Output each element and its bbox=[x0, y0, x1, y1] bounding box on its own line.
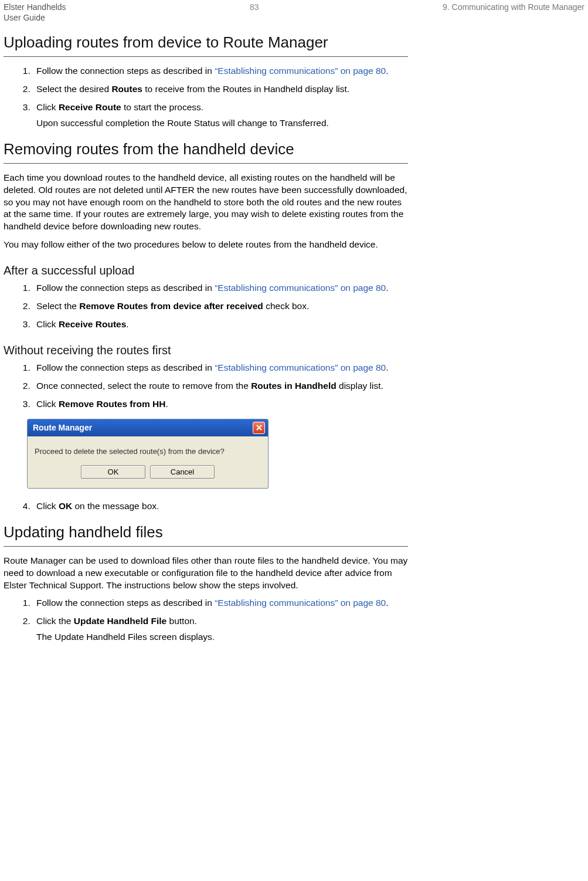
text: Click bbox=[36, 102, 59, 112]
bold-text: Routes bbox=[111, 84, 142, 94]
paragraph: Each time you download routes to the han… bbox=[4, 172, 408, 233]
section-title-uploading: Uploading routes from device to Route Ma… bbox=[4, 33, 408, 52]
text: Select the desired bbox=[36, 84, 111, 94]
dialog-title-text: Route Manager bbox=[33, 423, 92, 432]
text: Click bbox=[36, 501, 59, 511]
subsection-without-receiving: Without receiving the routes first bbox=[4, 344, 408, 357]
rule bbox=[4, 546, 408, 547]
text: on the message box. bbox=[72, 501, 159, 511]
sub-paragraph: Upon successful completion the Route Sta… bbox=[36, 117, 408, 130]
list-item: Select the desired Routes to receive fro… bbox=[33, 83, 408, 96]
list-item: Follow the connection steps as described… bbox=[33, 282, 408, 294]
text: Follow the connection steps as described… bbox=[36, 362, 215, 372]
paragraph: Route Manager can be used to download fi… bbox=[4, 555, 408, 592]
dialog-titlebar: Route Manager bbox=[28, 419, 268, 436]
doc-title-1: Elster Handhelds bbox=[4, 2, 66, 13]
list-item: Click OK on the message box. bbox=[33, 500, 408, 513]
list-item: Click Remove Routes from HH. bbox=[33, 398, 408, 411]
without-receiving-steps-cont: Click OK on the message box. bbox=[4, 500, 408, 513]
rule bbox=[4, 163, 408, 164]
chapter-title: 9. Communicating with Route Manager bbox=[443, 2, 584, 12]
page-header: Elster Handhelds User Guide 83 9. Commun… bbox=[4, 2, 584, 23]
xref-link[interactable]: “Establishing communications” on page 80 bbox=[215, 283, 386, 293]
dialog-message: Proceed to delete the selected route(s) … bbox=[28, 436, 268, 460]
header-left: Elster Handhelds User Guide bbox=[4, 2, 66, 23]
xref-link[interactable]: “Establishing communications” on page 80 bbox=[215, 66, 386, 76]
text: Click bbox=[36, 399, 59, 409]
text: to start the process. bbox=[121, 102, 203, 112]
section-title-updating: Updating handheld files bbox=[4, 523, 408, 541]
after-upload-steps: Follow the connection steps as described… bbox=[4, 282, 408, 331]
list-item: Click Receive Route to start the process… bbox=[33, 101, 408, 130]
text: Select the bbox=[36, 301, 79, 311]
text: button. bbox=[166, 616, 197, 626]
text: Click the bbox=[36, 616, 74, 626]
dialog-route-manager: Route Manager Proceed to delete the sele… bbox=[27, 419, 268, 489]
list-item: Click Receive Routes. bbox=[33, 318, 408, 331]
bold-text: Routes in Handheld bbox=[251, 381, 337, 391]
xref-link[interactable]: “Establishing communications” on page 80 bbox=[215, 362, 386, 372]
subsection-after-upload: After a successful upload bbox=[4, 264, 408, 277]
section-title-removing: Removing routes from the handheld device bbox=[4, 140, 408, 158]
text: . bbox=[386, 66, 388, 76]
list-item: Click the Update Handheld File button. T… bbox=[33, 615, 408, 643]
bold-text: Remove Routes from device after received bbox=[79, 301, 263, 311]
doc-title-2: User Guide bbox=[4, 13, 66, 23]
sub-paragraph: The Update Handheld Files screen display… bbox=[36, 631, 408, 643]
updating-steps: Follow the connection steps as described… bbox=[4, 597, 408, 643]
cancel-button[interactable]: Cancel bbox=[150, 465, 215, 479]
text: Follow the connection steps as described… bbox=[36, 66, 215, 76]
without-receiving-steps: Follow the connection steps as described… bbox=[4, 362, 408, 411]
bold-text: Receive Route bbox=[59, 102, 121, 112]
text: check box. bbox=[263, 301, 309, 311]
list-item: Follow the connection steps as described… bbox=[33, 597, 408, 609]
ok-button[interactable]: OK bbox=[81, 465, 145, 479]
text: display list. bbox=[337, 381, 383, 391]
dialog-button-row: OK Cancel bbox=[28, 460, 268, 488]
xref-link[interactable]: “Establishing communications” on page 80 bbox=[215, 598, 386, 608]
text: to receive from the Routes in Handheld d… bbox=[142, 84, 349, 94]
page-number: 83 bbox=[250, 2, 259, 12]
text: . bbox=[126, 319, 128, 329]
list-item: Select the Remove Routes from device aft… bbox=[33, 300, 408, 313]
paragraph: You may follow either of the two procedu… bbox=[4, 239, 408, 251]
list-item: Follow the connection steps as described… bbox=[33, 362, 408, 374]
bold-text: Remove Routes from HH bbox=[59, 399, 166, 409]
text: . bbox=[386, 598, 388, 608]
close-icon bbox=[256, 424, 263, 431]
text: Follow the connection steps as described… bbox=[36, 283, 215, 293]
text: Click bbox=[36, 319, 59, 329]
text: Follow the connection steps as described… bbox=[36, 598, 215, 608]
text: . bbox=[386, 362, 388, 372]
close-button[interactable] bbox=[253, 422, 265, 434]
text: Once connected, select the route to remo… bbox=[36, 381, 251, 391]
uploading-steps: Follow the connection steps as described… bbox=[4, 65, 408, 130]
rule bbox=[4, 56, 408, 57]
text: . bbox=[386, 283, 388, 293]
list-item: Follow the connection steps as described… bbox=[33, 65, 408, 77]
bold-text: OK bbox=[59, 501, 72, 511]
bold-text: Update Handheld File bbox=[74, 616, 166, 626]
bold-text: Receive Routes bbox=[59, 319, 126, 329]
text: . bbox=[165, 399, 168, 409]
list-item: Once connected, select the route to remo… bbox=[33, 380, 408, 392]
